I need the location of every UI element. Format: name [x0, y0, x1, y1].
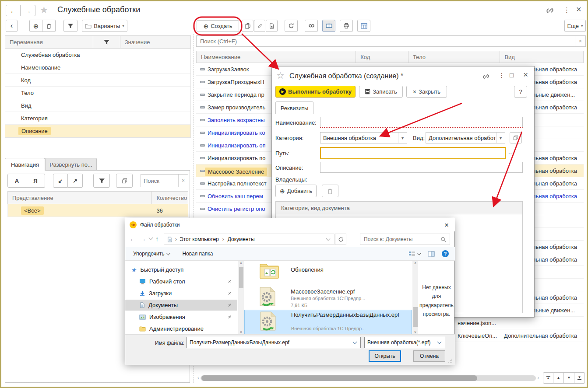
chevron-down-icon[interactable]: ▾: [398, 133, 407, 143]
back-button[interactable]: ←: [6, 5, 21, 16]
tab-requisites[interactable]: Реквизиты: [275, 101, 313, 114]
table-row-selected[interactable]: Описание: [5, 125, 190, 137]
owners-table-header[interactable]: Категория, вид документа: [276, 202, 522, 214]
execute-button[interactable]: ▶ Выполнить обработку: [275, 86, 356, 98]
new-folder-button[interactable]: Новая папка: [182, 251, 213, 257]
refresh-button[interactable]: [285, 20, 298, 32]
create-button[interactable]: ⊕ Создать: [197, 20, 239, 32]
column-variable[interactable]: Переменная: [5, 36, 93, 48]
scroll-down-icon[interactable]: ∨: [240, 330, 243, 334]
filename-combobox[interactable]: ПолучитьРазмерДанныхБазыДанных.epf: [187, 337, 361, 348]
kind-select[interactable]: Дополнительная обработка ▾: [426, 132, 505, 143]
maximize-icon[interactable]: □: [510, 72, 514, 78]
sidebar-item-downloads[interactable]: Загрузки: [139, 288, 232, 299]
table-row[interactable]: Тело: [5, 87, 190, 99]
nav-filter-button[interactable]: [93, 174, 110, 188]
favorite-star-icon[interactable]: ★: [40, 5, 48, 14]
filetype-combobox[interactable]: Внешняя обработка(*.epf): [364, 337, 445, 348]
jump-bottom-button[interactable]: ▼: [574, 372, 585, 384]
nav-table-row-all[interactable]: <Все> 36: [7, 204, 188, 217]
chevron-down-icon[interactable]: [437, 340, 442, 344]
breadcrumb-this-pc[interactable]: Этот компьютер: [180, 236, 219, 242]
close-dialog-icon[interactable]: ×: [523, 70, 528, 79]
add-button[interactable]: ⊕: [29, 20, 42, 32]
chevron-down-icon[interactable]: ▾: [496, 133, 505, 143]
sidebar-scrollbar[interactable]: ∧ ∨: [238, 261, 244, 334]
link-mode-button[interactable]: [305, 20, 318, 32]
organize-button[interactable]: Упорядочить: [133, 251, 164, 257]
column-body[interactable]: Тело: [408, 51, 500, 63]
scroll-left-icon[interactable]: ‹: [197, 376, 199, 380]
filelist-scrollbar[interactable]: ∧ ∨: [412, 261, 418, 334]
close-window-icon[interactable]: ×: [576, 5, 581, 14]
clear-search-button[interactable]: ×: [575, 36, 585, 46]
sidebar-item-desktop[interactable]: Рабочий стол: [139, 276, 232, 287]
refresh-button[interactable]: [335, 234, 346, 245]
nav-search-input[interactable]: [141, 178, 178, 184]
preview-pane-icon[interactable]: [428, 251, 435, 257]
browse-path-button[interactable]: ...: [508, 149, 514, 155]
kebab-menu-icon[interactable]: ⋮: [563, 7, 570, 13]
scroll-up-icon[interactable]: ∧: [414, 261, 417, 265]
file-item-folder-name[interactable]: Обновления: [291, 266, 324, 273]
resize-grip[interactable]: [448, 358, 453, 363]
more-button[interactable]: Еще ▾: [564, 20, 586, 32]
close-dialog-icon[interactable]: ×: [444, 221, 449, 229]
tab-expand-by[interactable]: Развернуть по...: [45, 158, 97, 171]
sort-desc-button[interactable]: Я: [26, 174, 45, 188]
description-field[interactable]: [320, 162, 523, 173]
column-name[interactable]: Наименование: [197, 51, 356, 63]
cancel-button[interactable]: Отмена: [413, 350, 445, 362]
nav-forward-icon[interactable]: →: [140, 235, 146, 242]
search-input[interactable]: [197, 38, 575, 45]
nav-clear-search-button[interactable]: ×: [178, 175, 188, 187]
file-search-input[interactable]: [360, 236, 440, 242]
nav-history-chevron-icon[interactable]: [149, 236, 153, 240]
address-bar[interactable]: › Этот компьютер › Документы: [164, 234, 334, 245]
row-up-button[interactable]: ▲: [553, 372, 564, 384]
table-row[interactable]: Служебная обработка: [5, 49, 190, 61]
path-field[interactable]: [320, 147, 506, 159]
get-link-icon[interactable]: [546, 6, 554, 15]
row-down-button[interactable]: ▼: [564, 372, 574, 384]
tab-navigation[interactable]: Навигация: [5, 158, 45, 171]
chevron-down-icon[interactable]: [353, 340, 357, 344]
close-button[interactable]: × Закрыть: [406, 86, 447, 98]
forward-button[interactable]: →: [21, 5, 35, 16]
scroll-down-icon[interactable]: ∨: [414, 330, 417, 334]
edit-item-button[interactable]: [254, 20, 265, 32]
get-link-icon[interactable]: [482, 73, 490, 80]
column-filter-button[interactable]: [93, 36, 120, 48]
favorite-star-outline-icon[interactable]: ☆: [276, 71, 285, 80]
save-button[interactable]: Записать: [359, 86, 403, 98]
file-item-name[interactable]: МассовоеЗаселение.epf: [291, 288, 355, 295]
open-kind-button[interactable]: [510, 132, 522, 143]
scroll-thumb[interactable]: [239, 267, 243, 288]
jump-top-button[interactable]: ▲: [543, 372, 553, 384]
column-code[interactable]: Код: [356, 51, 408, 63]
column-representation[interactable]: Представление: [8, 192, 152, 204]
category-select[interactable]: Внешняя обработка ▾: [320, 132, 407, 143]
name-field[interactable]: [320, 117, 523, 128]
table-row[interactable]: Категория: [5, 112, 190, 125]
expand-all-button[interactable]: ↗: [68, 174, 83, 188]
file-item-selected[interactable]: ПолучитьРазмерДанныхБазыДанных.epf Внешн…: [244, 310, 412, 334]
address-dropdown-icon[interactable]: [326, 237, 331, 241]
kebab-menu-icon[interactable]: ⋮: [499, 72, 505, 78]
delete-button[interactable]: [42, 20, 56, 32]
sort-asc-button[interactable]: А: [7, 174, 26, 188]
open-button[interactable]: Открыть: [369, 350, 401, 362]
chevron-down-icon[interactable]: [417, 251, 422, 255]
table-row[interactable]: Вид: [5, 99, 190, 112]
sidebar-item-administration[interactable]: Администрирование: [139, 323, 232, 334]
print-button[interactable]: [340, 20, 353, 32]
add-owner-button[interactable]: ⊕ Добавить: [275, 185, 317, 197]
view-mode-icon[interactable]: [408, 251, 415, 257]
remove-owner-button[interactable]: [322, 185, 338, 197]
nav-up-icon[interactable]: ↑: [155, 235, 159, 242]
sidebar-item-documents-selected[interactable]: Документы: [125, 300, 237, 311]
help-icon[interactable]: ?: [442, 250, 449, 257]
output-table-button[interactable]: [357, 20, 370, 32]
collapse-all-button[interactable]: ↙: [53, 174, 68, 188]
panel-splitter-bottom[interactable]: [5, 383, 191, 383]
